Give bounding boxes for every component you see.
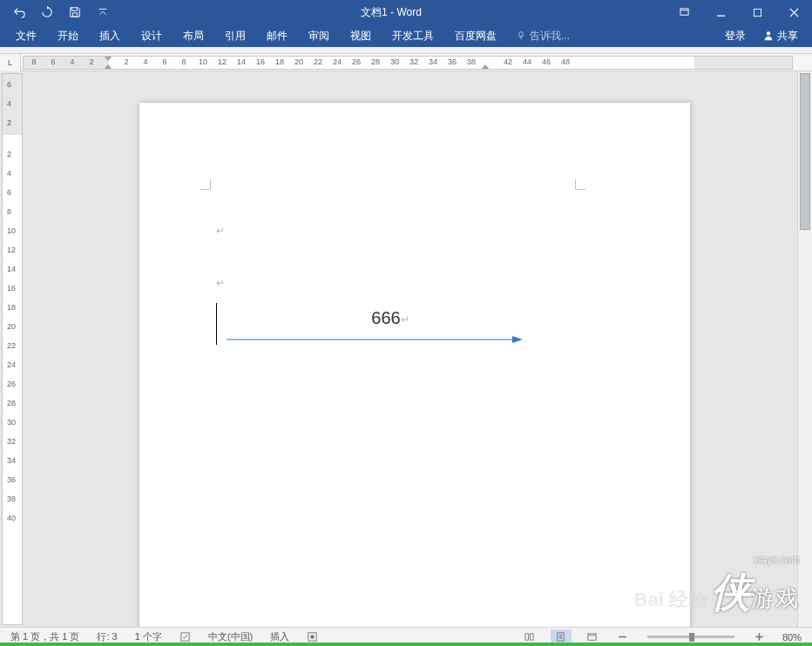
redo-button[interactable] xyxy=(33,0,61,24)
tab-review[interactable]: 审阅 xyxy=(298,24,340,47)
watermark-logo: 侠 xyxy=(711,569,751,615)
tab-mailings[interactable]: 邮件 xyxy=(256,24,298,47)
paragraph-mark: ↵ xyxy=(401,313,409,326)
macro-icon xyxy=(307,631,318,643)
workspace: 642246810121416182022242628303234363840 … xyxy=(0,71,812,627)
tab-developer[interactable]: 开发工具 xyxy=(382,24,444,47)
share-button[interactable]: 共享 xyxy=(754,24,807,47)
ribbon-options-button[interactable] xyxy=(666,0,702,24)
title-bar: 文档1 - Word xyxy=(0,0,812,24)
svg-marker-5 xyxy=(512,336,523,343)
minimize-button[interactable] xyxy=(702,0,739,24)
horizontal-ruler[interactable]: 8642246810121416182022242628303234363842… xyxy=(23,56,793,70)
watermark-brand: 游戏 xyxy=(751,585,800,611)
print-layout-icon xyxy=(555,631,566,643)
hanging-indent[interactable] xyxy=(104,64,112,70)
share-label: 共享 xyxy=(777,29,798,44)
tab-file[interactable]: 文件 xyxy=(5,24,47,47)
vertical-scrollbar[interactable] xyxy=(797,71,812,627)
svg-point-3 xyxy=(767,31,770,35)
maximize-button[interactable] xyxy=(739,0,775,24)
person-icon xyxy=(763,30,774,41)
read-icon xyxy=(524,631,535,643)
tab-layout[interactable]: 布局 xyxy=(173,24,214,47)
site-watermark: xiayx.com 侠游戏 xyxy=(711,554,800,620)
tell-me-box[interactable]: 告诉我... xyxy=(507,29,579,44)
proof-icon xyxy=(179,631,191,643)
bulb-icon xyxy=(516,30,526,41)
tab-baidu[interactable]: 百度网盘 xyxy=(444,24,507,47)
undo-button[interactable] xyxy=(5,0,33,24)
quick-access-customize[interactable] xyxy=(89,0,117,24)
plus-icon xyxy=(754,631,765,643)
document-text[interactable]: 666↵ xyxy=(216,308,565,334)
svg-rect-1 xyxy=(754,9,761,16)
tab-selector[interactable]: L xyxy=(0,54,21,71)
taskbar-sliver xyxy=(0,643,812,646)
ribbon-collapsed-bar xyxy=(0,47,812,54)
close-button[interactable] xyxy=(775,0,812,24)
tab-design[interactable]: 设计 xyxy=(131,24,173,47)
ruler-row: L 86422468101214161820222426283032343638… xyxy=(0,54,812,71)
login-button[interactable]: 登录 xyxy=(716,24,754,47)
margin-corner-tr xyxy=(575,179,585,190)
vertical-ruler[interactable]: 642246810121416182022242628303234363840 xyxy=(2,73,23,625)
tab-insert[interactable]: 插入 xyxy=(89,24,131,47)
document-canvas[interactable]: ↵ ↵ 666↵ xyxy=(24,71,812,627)
right-indent[interactable] xyxy=(481,64,490,70)
svg-point-2 xyxy=(518,32,523,37)
text-content: 666 xyxy=(371,308,400,327)
baidu-watermark: Bai 经验 xyxy=(634,587,707,613)
paragraph-mark: ↵ xyxy=(216,225,225,237)
svg-point-8 xyxy=(311,636,315,639)
margin-corner-tl xyxy=(200,179,211,190)
scrollbar-thumb[interactable] xyxy=(800,73,810,230)
quick-access-toolbar xyxy=(0,0,117,24)
tab-references[interactable]: 引用 xyxy=(214,24,256,47)
web-layout-icon xyxy=(586,631,598,643)
tab-view[interactable]: 视图 xyxy=(340,24,382,47)
arrow-shape[interactable] xyxy=(227,340,523,340)
watermark-url: xiayx.com xyxy=(711,554,800,566)
first-line-indent[interactable] xyxy=(104,56,112,61)
svg-rect-0 xyxy=(680,8,687,14)
paragraph-mark: ↵ xyxy=(216,277,225,289)
save-button[interactable] xyxy=(61,0,89,24)
page[interactable]: ↵ ↵ 666↵ xyxy=(139,103,690,627)
minus-icon xyxy=(617,631,628,643)
ribbon-tabs: 文件 开始 插入 设计 布局 引用 邮件 审阅 视图 开发工具 百度网盘 告诉我… xyxy=(0,24,812,47)
tell-me-placeholder: 告诉我... xyxy=(530,29,570,44)
tab-home[interactable]: 开始 xyxy=(47,24,89,47)
svg-rect-10 xyxy=(588,634,596,640)
zoom-slider[interactable] xyxy=(647,636,734,638)
window-controls xyxy=(666,0,812,24)
zoom-slider-thumb[interactable] xyxy=(689,633,694,642)
window-title: 文档1 - Word xyxy=(117,5,666,20)
